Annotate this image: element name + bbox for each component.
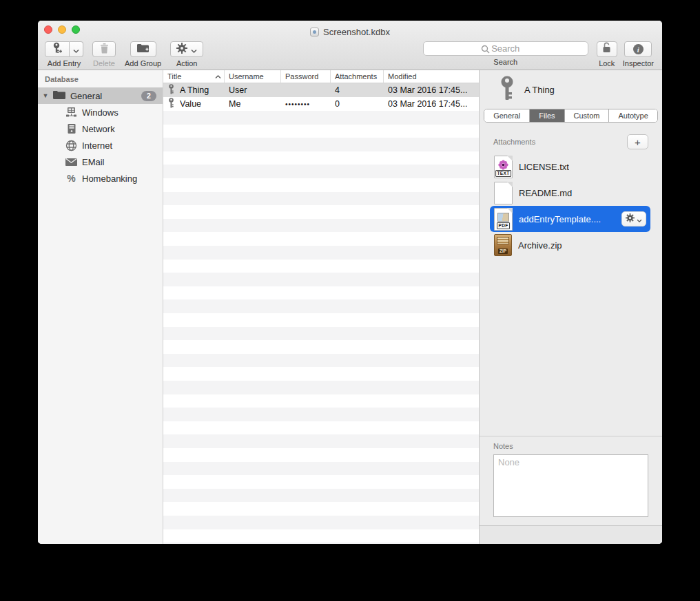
chevron-down-icon: [73, 43, 79, 56]
cell-username: User: [225, 85, 281, 95]
file-type-badge: PDF: [497, 222, 511, 229]
windows-icon: [65, 107, 77, 118]
plain-file-icon: [494, 182, 513, 204]
delete-button[interactable]: [92, 41, 116, 57]
sidebar-item-label: Internet: [82, 140, 112, 151]
add-entry-dropdown-button[interactable]: [70, 41, 83, 57]
add-entry-label: Add Entry: [48, 59, 81, 67]
sidebar-item-homebanking[interactable]: % Homebanking: [38, 170, 163, 187]
search-input[interactable]: [424, 42, 588, 55]
add-attachment-button[interactable]: +: [627, 134, 648, 149]
add-group-label: Add Group: [125, 59, 161, 67]
key-plus-icon: [52, 42, 63, 56]
zoom-button[interactable]: [72, 25, 80, 34]
disclosure-triangle-icon[interactable]: ▼: [38, 92, 53, 99]
cell-attachments: 0: [331, 99, 384, 109]
cell-modified: 03 Mar 2016 17:45...: [384, 99, 479, 109]
notes-textarea[interactable]: [493, 454, 648, 517]
minimize-button[interactable]: [58, 25, 66, 34]
inspector-header: A Thing: [480, 70, 662, 102]
inspector-button[interactable]: i: [624, 41, 652, 57]
cell-modified: 03 Mar 2016 17:45...: [384, 85, 479, 95]
entry-table: Title Username Password Attachments Modi…: [163, 70, 479, 544]
key-icon: [168, 84, 174, 96]
trash-icon: [99, 43, 110, 56]
document-proxy-icon[interactable]: [310, 28, 319, 36]
sidebar-item-label: EMail: [82, 157, 105, 167]
percent-icon: %: [65, 173, 77, 184]
key-icon: [168, 98, 174, 110]
delete-item: Delete: [92, 41, 116, 67]
attachments-label: Attachments: [493, 138, 535, 146]
attachments-header: Attachments +: [480, 134, 662, 149]
attachment-item[interactable]: README.md: [490, 180, 650, 206]
sidebar-item-label: Network: [82, 124, 115, 134]
cell-password: ••••••••: [281, 101, 331, 108]
cell-username: Me: [225, 99, 281, 109]
sidebar-item-windows[interactable]: Windows: [38, 104, 163, 120]
add-entry-item: Add Entry: [45, 41, 83, 67]
window-title: Screenshot.kdbx: [323, 27, 390, 37]
tab-custom[interactable]: Custom: [565, 109, 610, 122]
table-row[interactable]: Value Me •••••••• 0 03 Mar 2016 17:45...: [163, 97, 479, 111]
attachment-name: LICENSE.txt: [519, 162, 569, 172]
tab-autotype[interactable]: Autotype: [609, 109, 657, 122]
traffic-lights: [44, 25, 80, 34]
column-header-password[interactable]: Password: [281, 70, 331, 83]
add-group-button[interactable]: [130, 41, 156, 57]
sort-ascending-icon: [215, 72, 221, 81]
delete-label: Delete: [93, 59, 115, 67]
chevron-down-icon: [191, 43, 197, 56]
tab-general[interactable]: General: [484, 109, 530, 122]
sidebar: Database ▼ General 2 Windows Networ: [38, 70, 163, 544]
add-entry-button[interactable]: [45, 41, 70, 57]
sidebar-item-internet[interactable]: Internet: [38, 137, 163, 154]
action-button[interactable]: [170, 41, 203, 57]
search-field[interactable]: [423, 41, 588, 56]
folder-plus-icon: [136, 43, 150, 56]
inspector-tabs: General Files Custom Autotype: [484, 109, 658, 123]
action-label: Action: [176, 59, 198, 67]
attachment-item-selected[interactable]: PDF addEntryTemplate....: [490, 206, 650, 232]
sidebar-item-email[interactable]: EMail: [38, 154, 163, 170]
notes-label: Notes: [493, 442, 648, 450]
window-chrome: Screenshot.kdbx Add Ent: [38, 21, 662, 70]
attachment-action-button[interactable]: [621, 211, 646, 226]
search-label: Search: [493, 58, 517, 66]
column-header-title[interactable]: Title: [163, 70, 225, 83]
attachment-name: Archive.zip: [518, 240, 562, 251]
globe-icon: [65, 140, 77, 151]
table-row[interactable]: A Thing User 4 03 Mar 2016 17:45...: [163, 83, 479, 97]
entry-count-badge: 2: [141, 91, 156, 101]
gear-icon: [176, 43, 187, 56]
column-header-attachments[interactable]: Attachments: [331, 70, 384, 83]
inspector-spacer: [480, 258, 662, 436]
zip-file-icon: ZIP: [494, 234, 512, 256]
attachment-item[interactable]: ZIP Archive.zip: [490, 232, 650, 258]
attachment-name: addEntryTemplate....: [519, 214, 601, 224]
action-item: Action: [170, 41, 203, 67]
toolbar: Add Entry Delete Add Group: [38, 39, 662, 70]
file-type-badge: ZIP: [498, 249, 508, 254]
inspector-footer: [480, 525, 662, 544]
attachment-name: README.md: [519, 188, 572, 198]
content: Database ▼ General 2 Windows Networ: [38, 70, 662, 544]
column-header-username[interactable]: Username: [225, 70, 281, 83]
sidebar-item-label: General: [70, 91, 102, 101]
titlebar[interactable]: Screenshot.kdbx: [38, 21, 662, 39]
sidebar-item-general[interactable]: ▼ General 2: [38, 87, 163, 104]
column-header-modified[interactable]: Modified: [384, 70, 479, 83]
file-type-badge: TEXT: [495, 170, 512, 177]
lock-button[interactable]: [597, 41, 617, 57]
empty-table-rows[interactable]: [163, 111, 479, 544]
tab-files[interactable]: Files: [530, 109, 564, 122]
server-icon: [65, 123, 77, 135]
attachment-item[interactable]: TEXT LICENSE.txt: [490, 154, 650, 180]
text-file-icon: TEXT: [494, 156, 513, 178]
unlocked-padlock-icon: [601, 42, 612, 56]
close-button[interactable]: [44, 25, 52, 34]
key-icon: [499, 76, 515, 103]
lock-label: Lock: [599, 59, 615, 67]
sidebar-item-network[interactable]: Network: [38, 120, 163, 137]
sidebar-section-header: Database: [38, 75, 163, 87]
